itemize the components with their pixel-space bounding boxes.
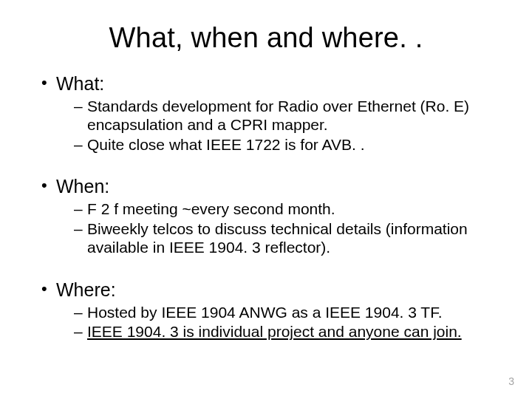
section-where: Where: Hosted by IEEE 1904 ANWG as a IEE… [41, 279, 502, 342]
list-item: IEEE 1904. 3 is individual project and a… [74, 323, 502, 341]
section-items: Standards development for Radio over Eth… [41, 98, 502, 154]
section-what: What: Standards development for Radio ov… [41, 73, 502, 154]
section-items: Hosted by IEEE 1904 ANWG as a IEEE 1904.… [41, 304, 502, 342]
section-label: What: [41, 73, 502, 95]
section-label: Where: [41, 279, 502, 301]
list-item: Standards development for Radio over Eth… [74, 98, 502, 134]
content-list: What: Standards development for Radio ov… [30, 73, 502, 341]
list-item: Biweekly telcos to discuss technical det… [74, 220, 502, 257]
section-items: F 2 f meeting ~every second month. Biwee… [41, 200, 502, 256]
list-item: Quite close what IEEE 1722 is for AVB. . [74, 136, 502, 154]
section-label: When: [41, 176, 502, 197]
page-number: 3 [508, 375, 514, 387]
slide: What, when and where. . What: Standards … [0, 0, 532, 399]
section-when: When: F 2 f meeting ~every second month.… [41, 176, 502, 256]
slide-title: What, when and where. . [30, 22, 502, 54]
list-item: F 2 f meeting ~every second month. [74, 200, 502, 219]
list-item: Hosted by IEEE 1904 ANWG as a IEEE 1904.… [74, 304, 502, 322]
